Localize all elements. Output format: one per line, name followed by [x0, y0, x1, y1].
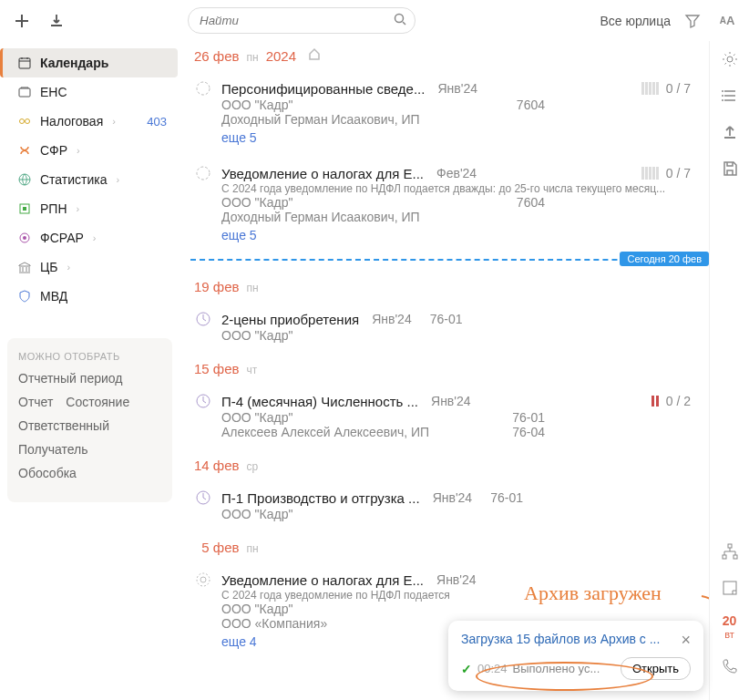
svg-point-3 — [20, 119, 25, 124]
filter-responsible[interactable]: Ответственный — [18, 418, 161, 433]
legal-filter[interactable]: Все юрлица — [600, 14, 671, 28]
svg-point-4 — [26, 119, 30, 124]
report-title: Персонифицированные сведе... — [221, 81, 425, 97]
report-code: 76-01 — [490, 490, 523, 505]
report-period: Янв'24 — [436, 572, 477, 587]
report-item[interactable]: Персонифицированные сведе... Янв'24 0 / … — [190, 73, 709, 150]
sidebar-item-label: СФР — [40, 143, 67, 158]
shield-icon — [16, 288, 33, 304]
report-count: 0 / 2 — [666, 394, 691, 408]
report-item[interactable]: П-1 Производство и отгрузка ... Янв'24 7… — [190, 482, 709, 527]
report-icon — [194, 164, 212, 182]
filter-report-state[interactable]: ОтчетСостояние — [18, 395, 161, 409]
sidebar-item-sfr[interactable]: СФР › — [0, 136, 178, 165]
sidebar-item-fsrar[interactable]: ФСРАР › — [0, 223, 178, 252]
filter-title: МОЖНО ОТОБРАТЬ — [18, 351, 161, 362]
sidebar-item-label: ФСРАР — [40, 231, 84, 245]
report-period: Янв'24 — [372, 312, 412, 326]
report-org: ООО "Кадр"7604 — [194, 98, 709, 112]
add-button[interactable] — [9, 8, 35, 34]
svg-point-9 — [197, 82, 210, 95]
chevron-right-icon: › — [77, 145, 80, 156]
notification-toast: Загрузка 15 файлов из Архив с ... × ✓ 00… — [448, 621, 703, 691]
filter-period[interactable]: Отчетный период — [18, 371, 161, 386]
filter-subdivision[interactable]: Обособка — [18, 466, 161, 480]
report-org: ООО "Кадр" — [194, 328, 709, 343]
report-org: Доходный Герман Исаакович, ИП — [194, 112, 709, 127]
svg-point-10 — [197, 167, 210, 180]
filter-recipient[interactable]: Получатель — [18, 442, 161, 457]
list-icon[interactable] — [719, 85, 741, 107]
report-title: П-4 (месячная) Численность ... — [221, 394, 418, 409]
report-note: С 2024 года уведомление по НДФЛ подается — [194, 589, 709, 602]
svg-point-0 — [395, 15, 404, 23]
download-button[interactable] — [44, 8, 69, 34]
bank-icon — [16, 259, 33, 275]
header-year: 2024 — [266, 48, 296, 64]
svg-rect-22 — [734, 555, 737, 559]
sidebar-item-mvd[interactable]: МВД — [0, 282, 178, 311]
sidebar-item-calendar[interactable]: Календарь — [0, 48, 178, 77]
header-dow: пн — [247, 51, 259, 64]
report-item[interactable]: 2-цены приобретения Янв'24 76-01 ООО "Ка… — [190, 304, 709, 348]
svg-rect-20 — [728, 544, 732, 548]
sidebar-item-rpn[interactable]: РПН › — [0, 194, 178, 223]
report-period: Янв'24 — [433, 490, 473, 505]
search-input[interactable] — [188, 7, 416, 34]
sidebar-item-label: МВД — [40, 289, 67, 304]
gear-icon[interactable] — [719, 48, 741, 70]
pause-icon — [652, 396, 659, 407]
progress-stripes-icon — [641, 82, 659, 95]
sidebar-item-stat[interactable]: Статистика › — [0, 165, 178, 194]
font-size-icon[interactable]: AA — [714, 8, 740, 34]
report-period: Янв'24 — [431, 394, 471, 408]
report-icon — [194, 392, 212, 410]
note-icon[interactable] — [719, 577, 741, 599]
sidebar: Календарь ЕНС Налоговая › 403 СФР › Стат… — [0, 41, 178, 700]
svg-rect-1 — [19, 58, 30, 68]
sidebar-item-label: Календарь — [40, 56, 108, 70]
home-icon[interactable] — [307, 46, 322, 61]
notification-title[interactable]: Загрузка 15 файлов из Архив с ... — [461, 632, 681, 646]
report-org: ООО "Кадр" — [194, 507, 709, 521]
filter-icon[interactable] — [680, 8, 705, 34]
notification-time: 00:24 — [477, 662, 508, 675]
open-button[interactable]: Открыть — [621, 657, 691, 680]
report-item[interactable]: Уведомление о налогах для Е... Фев'24 0 … — [190, 158, 709, 248]
chevron-right-icon: › — [77, 203, 80, 214]
phone-icon[interactable] — [719, 655, 741, 677]
sidebar-item-tax[interactable]: Налоговая › 403 — [0, 107, 178, 136]
report-org: ООО "Кадр" — [194, 602, 709, 616]
report-icon — [194, 310, 212, 328]
report-more[interactable]: еще 5 — [194, 130, 709, 145]
svg-point-18 — [722, 95, 723, 97]
search-field[interactable] — [188, 7, 416, 34]
close-icon[interactable]: × — [681, 632, 691, 648]
search-icon — [394, 13, 406, 26]
report-count: 0 / 7 — [666, 166, 691, 180]
report-org: ООО "Кадр"76-01 — [194, 410, 709, 425]
report-title: Уведомление о налогах для Е... — [221, 572, 424, 588]
tax-icon — [16, 113, 33, 129]
sitemap-icon[interactable] — [719, 540, 741, 562]
report-period: Фев'24 — [436, 166, 477, 180]
header-day: 26 фев — [194, 48, 240, 64]
report-more[interactable]: еще 5 — [194, 228, 709, 242]
sidebar-item-cb[interactable]: ЦБ › — [0, 252, 178, 282]
report-title: 2-цены приобретения — [221, 312, 359, 327]
svg-point-19 — [722, 99, 723, 101]
upload-icon[interactable] — [719, 121, 741, 143]
svg-point-15 — [200, 577, 206, 582]
report-org: Алексеев Алексей Алексеевич, ИП76-04 — [194, 425, 709, 439]
report-period: Янв'24 — [437, 81, 477, 96]
fsrar-icon — [16, 230, 33, 246]
report-title: П-1 Производство и отгрузка ... — [221, 490, 420, 506]
report-item[interactable]: П-4 (месячная) Численность ... Янв'24 0 … — [190, 386, 709, 445]
date-header: 26 фев пн 2024 — [190, 41, 709, 73]
filter-panel: МОЖНО ОТОБРАТЬ Отчетный период ОтчетСост… — [7, 338, 172, 502]
sidebar-item-ens[interactable]: ЕНС — [0, 77, 178, 107]
mini-date[interactable]: 20вт — [723, 613, 737, 641]
chevron-right-icon: › — [117, 174, 120, 185]
sidebar-item-label: ЕНС — [40, 85, 67, 99]
save-icon[interactable] — [719, 158, 741, 180]
